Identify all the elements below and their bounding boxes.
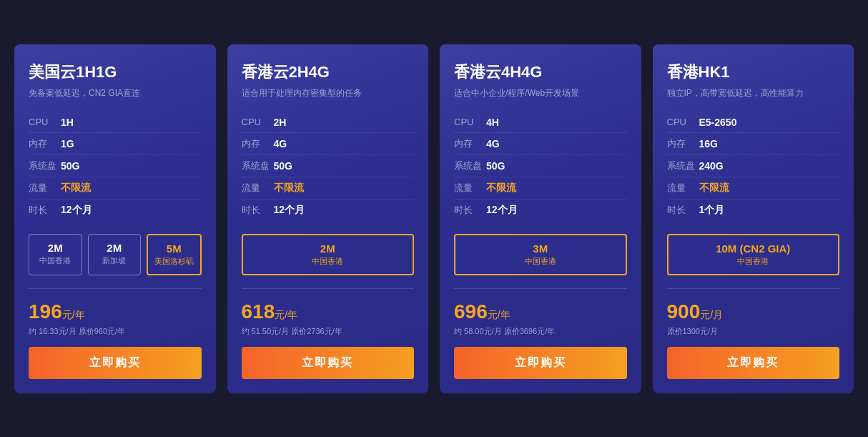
card-2-spec-value-0: 2H <box>274 117 287 128</box>
card-3-spec-label-4: 时长 <box>454 204 486 217</box>
card-1-buy-button[interactable]: 立即购买 <box>29 347 202 379</box>
card-1-spec-label-2: 系统盘 <box>29 159 61 172</box>
card-1-spec-row-2: 系统盘50G <box>29 155 202 177</box>
card-3-spec-row-3: 流量不限流 <box>454 177 627 200</box>
card-2-title: 香港云2H4G <box>242 62 415 83</box>
card-1-spec-row-4: 时长12个月 <box>29 200 202 221</box>
card-2-bandwidth-location-0: 中国香港 <box>247 256 409 267</box>
card-4-subtitle: 独立IP，高带宽低延迟，高性能算力 <box>667 87 840 99</box>
card-2: 香港云2H4G适合用于处理内存密集型的任务CPU2H内存4G系统盘50G流量不限… <box>227 44 429 393</box>
card-4-bandwidth-btn-0[interactable]: 10M (CN2 GIA)中国香港 <box>667 234 840 275</box>
card-2-spec-value-1: 4G <box>274 138 287 149</box>
card-4-spec-label-4: 时长 <box>667 204 699 217</box>
card-1-spec-value-1: 1G <box>61 138 74 149</box>
card-1-specs: CPU1H内存1G系统盘50G流量不限流时长12个月 <box>29 112 202 221</box>
card-2-spec-row-2: 系统盘50G <box>242 155 415 177</box>
card-3-spec-label-3: 流量 <box>454 182 486 195</box>
card-1-price-unit: 元/年 <box>62 309 85 320</box>
card-4-spec-value-0: E5-2650 <box>699 117 737 128</box>
card-1-spec-value-0: 1H <box>61 117 74 128</box>
card-2-spec-label-1: 内存 <box>242 137 274 150</box>
card-2-price-main: 618 <box>242 300 275 323</box>
card-1-spec-label-3: 流量 <box>29 182 61 195</box>
card-1-price-section: 196元/年约 16.33元/月 原价960元/年 <box>29 300 202 337</box>
card-1-spec-label-1: 内存 <box>29 137 61 150</box>
card-3-spec-row-4: 时长12个月 <box>454 200 627 221</box>
card-2-specs: CPU2H内存4G系统盘50G流量不限流时长12个月 <box>242 112 415 221</box>
card-4-spec-row-2: 系统盘240G <box>667 155 840 177</box>
card-2-spec-label-3: 流量 <box>242 182 274 195</box>
card-1-bandwidth-value-1: 2M <box>93 242 137 254</box>
card-2-spec-row-4: 时长12个月 <box>242 200 415 221</box>
card-2-buy-button[interactable]: 立即购买 <box>242 347 415 379</box>
card-1-bandwidth-section: 2M中国香港2M新加坡5M美国洛杉矶 <box>29 234 202 275</box>
card-1-spec-row-3: 流量不限流 <box>29 177 202 200</box>
card-2-spec-row-1: 内存4G <box>242 133 415 155</box>
card-3-specs: CPU4H内存4G系统盘50G流量不限流时长12个月 <box>454 112 627 221</box>
card-2-spec-value-4: 12个月 <box>274 204 305 217</box>
card-2-divider <box>242 288 415 289</box>
card-3-bandwidth-value-0: 3M <box>460 242 621 255</box>
card-3: 香港云4H4G适合中小企业/程序/Web开发场景CPU4H内存4G系统盘50G流… <box>440 44 641 393</box>
card-1-spec-label-4: 时长 <box>29 204 61 217</box>
card-1-bandwidth-value-0: 2M <box>34 242 77 254</box>
card-2-spec-label-0: CPU <box>242 117 274 127</box>
card-3-divider <box>454 288 627 289</box>
card-1-spec-value-4: 12个月 <box>61 204 92 217</box>
card-2-spec-row-0: CPU2H <box>242 112 415 133</box>
cards-container: 美国云1H1G免备案低延迟，CN2 GIA直连CPU1H内存1G系统盘50G流量… <box>14 44 854 393</box>
card-3-bandwidth-btn-0[interactable]: 3M中国香港 <box>454 234 627 275</box>
card-1-spec-row-1: 内存1G <box>29 133 202 155</box>
card-3-spec-label-0: CPU <box>454 117 486 127</box>
card-3-spec-value-0: 4H <box>486 117 499 128</box>
card-1-price-main: 196 <box>29 300 62 323</box>
card-1-bandwidth-value-2: 5M <box>152 242 196 255</box>
card-4-bandwidth-value-0: 10M (CN2 GIA) <box>673 242 834 255</box>
card-2-bandwidth-btn-0[interactable]: 2M中国香港 <box>242 234 415 275</box>
card-2-subtitle: 适合用于处理内存密集型的任务 <box>242 87 415 99</box>
card-3-price-section: 696元/年约 58.00元/月 原价3696元/年 <box>454 300 627 337</box>
card-4-spec-label-2: 系统盘 <box>667 159 699 172</box>
card-4-bandwidth-section: 10M (CN2 GIA)中国香港 <box>667 234 840 275</box>
card-2-spec-label-4: 时长 <box>242 204 274 217</box>
card-4-spec-label-3: 流量 <box>667 182 699 195</box>
card-1-price-detail: 约 16.33元/月 原价960元/年 <box>29 326 202 337</box>
card-4-spec-label-0: CPU <box>667 117 699 127</box>
card-1-bandwidth-location-2: 美国洛杉矶 <box>152 256 196 267</box>
card-3-spec-value-2: 50G <box>486 160 505 172</box>
card-3-spec-value-3: 不限流 <box>486 182 516 195</box>
card-4-buy-button[interactable]: 立即购买 <box>667 347 840 379</box>
card-4-bandwidth-location-0: 中国香港 <box>673 256 834 267</box>
card-1-bandwidth-btn-2[interactable]: 5M美国洛杉矶 <box>147 234 202 275</box>
card-1-title: 美国云1H1G <box>29 62 202 83</box>
card-1-bandwidth-btn-0[interactable]: 2M中国香港 <box>29 234 82 275</box>
card-3-price-detail: 约 58.00元/月 原价3696元/年 <box>454 326 627 337</box>
card-1-divider <box>29 288 202 289</box>
card-2-spec-row-3: 流量不限流 <box>242 177 415 200</box>
card-2-price-detail: 约 51.50元/月 原价2736元/年 <box>242 326 415 337</box>
card-4-price-detail: 原价1300元/月 <box>667 326 840 337</box>
card-2-price-section: 618元/年约 51.50元/月 原价2736元/年 <box>242 300 415 337</box>
card-4: 香港HK1独立IP，高带宽低延迟，高性能算力CPUE5-2650内存16G系统盘… <box>653 44 854 393</box>
card-4-title: 香港HK1 <box>667 62 840 83</box>
card-4-spec-row-3: 流量不限流 <box>667 177 840 200</box>
card-3-buy-button[interactable]: 立即购买 <box>454 347 627 379</box>
card-3-spec-label-1: 内存 <box>454 137 486 150</box>
card-2-price-unit: 元/年 <box>275 309 297 320</box>
card-4-price-unit: 元/月 <box>700 309 723 320</box>
card-2-spec-value-3: 不限流 <box>274 182 304 195</box>
card-4-price-section: 900元/月原价1300元/月 <box>667 300 840 337</box>
card-4-spec-value-3: 不限流 <box>699 182 729 195</box>
card-1-bandwidth-location-1: 新加坡 <box>93 255 137 266</box>
card-1-spec-label-0: CPU <box>29 117 61 127</box>
card-1-spec-value-3: 不限流 <box>61 182 91 195</box>
card-2-bandwidth-value-0: 2M <box>247 242 409 255</box>
card-3-spec-label-2: 系统盘 <box>454 159 486 172</box>
card-3-spec-row-1: 内存4G <box>454 133 627 155</box>
card-1-spec-value-2: 50G <box>61 160 79 172</box>
card-1-bandwidth-btn-1[interactable]: 2M新加坡 <box>88 234 142 275</box>
card-4-spec-value-1: 16G <box>699 138 718 149</box>
card-4-spec-row-1: 内存16G <box>667 133 840 155</box>
card-3-spec-row-0: CPU4H <box>454 112 627 133</box>
card-3-title: 香港云4H4G <box>454 62 627 83</box>
